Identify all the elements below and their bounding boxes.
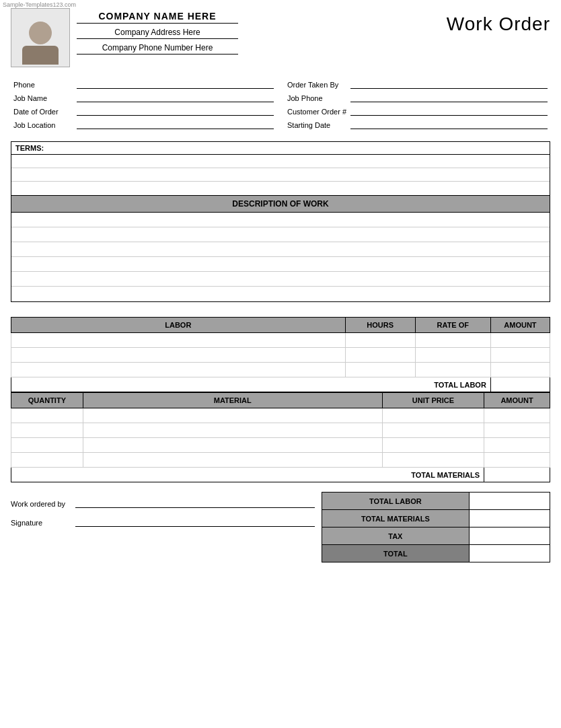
job-name-label: Job Name	[13, 94, 74, 102]
amount-col-header: AMOUNT	[484, 393, 550, 408]
labor-row-3-rate[interactable]	[415, 363, 490, 377]
job-location-input[interactable]	[77, 120, 274, 129]
job-location-label: Job Location	[13, 121, 74, 129]
desc-row-2[interactable]	[11, 227, 550, 242]
work-ordered-by-input[interactable]	[75, 499, 315, 508]
job-location-row: Job Location	[13, 120, 274, 129]
date-of-order-row: Date of Order	[13, 106, 274, 116]
mat-row-3-material[interactable]	[83, 438, 382, 453]
desc-row-6[interactable]	[11, 287, 550, 301]
avatar	[17, 11, 64, 65]
desc-row-3[interactable]	[11, 242, 550, 257]
labor-row-3-labor[interactable]	[11, 363, 346, 377]
mat-row-2-amount[interactable]	[484, 423, 550, 438]
labor-row-1-labor[interactable]	[11, 333, 346, 348]
labor-row-2-hours[interactable]	[345, 348, 415, 363]
hours-col-header: HOURS	[345, 318, 415, 333]
customer-order-label: Customer Order #	[287, 108, 348, 116]
summary-total-row: TOTAL	[322, 545, 550, 562]
customer-order-input[interactable]	[350, 106, 548, 116]
mat-row-4-amount[interactable]	[484, 453, 550, 468]
mat-row-4-unit-price[interactable]	[382, 453, 484, 468]
description-header: DESCRIPTION OF WORK	[11, 196, 550, 213]
mat-row-4-material[interactable]	[83, 453, 382, 468]
labor-row-3-amount[interactable]	[490, 363, 550, 377]
mat-row-1-qty[interactable]	[11, 408, 83, 423]
labor-table: LABOR HOURS RATE OF AMOUNT	[11, 317, 550, 392]
labor-row-2-amount[interactable]	[490, 348, 550, 363]
summary-total-materials-row: TOTAL MATERIALS	[322, 510, 550, 527]
summary-total-labor-label: TOTAL LABOR	[322, 493, 470, 510]
terms-section: TERMS:	[11, 141, 550, 196]
job-name-input[interactable]	[77, 93, 274, 102]
company-logo	[11, 8, 70, 67]
company-details: COMPANY NAME HERE Company Address Here C…	[77, 8, 238, 54]
starting-date-row: Starting Date	[287, 120, 548, 129]
labor-row-1-hours[interactable]	[345, 333, 415, 348]
terms-row-1[interactable]	[11, 155, 550, 168]
summary-total-materials-value[interactable]	[469, 510, 550, 527]
job-phone-input[interactable]	[350, 93, 548, 102]
materials-header-row: QUANTITY MATERIAL UNIT PRICE AMOUNT	[11, 393, 550, 408]
customer-order-row: Customer Order #	[287, 106, 548, 116]
labor-row-1-rate[interactable]	[415, 333, 490, 348]
labor-header-row: LABOR HOURS RATE OF AMOUNT	[11, 318, 550, 333]
job-phone-row: Job Phone	[287, 93, 548, 102]
summary-total-value[interactable]	[469, 545, 550, 562]
summary-table: TOTAL LABOR TOTAL MATERIALS TAX TOTAL	[322, 492, 550, 562]
mat-row-2-unit-price[interactable]	[382, 423, 484, 438]
desc-row-1[interactable]	[11, 213, 550, 227]
phone-label: Phone	[13, 81, 74, 89]
materials-table: QUANTITY MATERIAL UNIT PRICE AMOUNT	[11, 392, 550, 482]
date-of-order-input[interactable]	[77, 106, 274, 116]
labor-row	[11, 348, 550, 363]
mat-row-3-amount[interactable]	[484, 438, 550, 453]
labor-row	[11, 333, 550, 348]
document-title: Work Order	[447, 8, 550, 35]
rate-col-header: RATE OF	[415, 318, 490, 333]
terms-label: TERMS:	[11, 142, 550, 155]
work-ordered-by-row: Work ordered by	[11, 499, 315, 508]
unit-price-col-header: UNIT PRICE	[382, 393, 484, 408]
work-ordered-by-label: Work ordered by	[11, 500, 71, 508]
materials-total-value[interactable]	[484, 468, 550, 482]
summary-tax-value[interactable]	[469, 527, 550, 545]
summary-total-label: TOTAL	[322, 545, 470, 562]
summary-tax-row: TAX	[322, 527, 550, 545]
mat-row-3-unit-price[interactable]	[382, 438, 484, 453]
desc-row-4[interactable]	[11, 257, 550, 272]
avatar-head	[29, 22, 52, 44]
summary-total-labor-value[interactable]	[469, 493, 550, 510]
mat-row-2-qty[interactable]	[11, 423, 83, 438]
mat-row-4-qty[interactable]	[11, 453, 83, 468]
labor-row-2-labor[interactable]	[11, 348, 346, 363]
signature-input[interactable]	[75, 517, 315, 527]
terms-row-2[interactable]	[11, 168, 550, 182]
order-taken-by-input[interactable]	[350, 79, 548, 89]
starting-date-input[interactable]	[350, 120, 548, 129]
desc-row-5[interactable]	[11, 272, 550, 287]
labor-row-1-amount[interactable]	[490, 333, 550, 348]
mat-row-1-material[interactable]	[83, 408, 382, 423]
mat-row-2-material[interactable]	[83, 423, 382, 438]
labor-row-3-hours[interactable]	[345, 363, 415, 377]
form-fields: Phone Order Taken By Job Name Job Phone …	[11, 79, 550, 129]
phone-input[interactable]	[77, 79, 274, 89]
mat-row-1-amount[interactable]	[484, 408, 550, 423]
mat-row-3-qty[interactable]	[11, 438, 83, 453]
labor-total-row: TOTAL LABOR	[11, 377, 550, 392]
header: COMPANY NAME HERE Company Address Here C…	[11, 8, 550, 67]
labor-total-value[interactable]	[490, 377, 550, 392]
material-row	[11, 453, 550, 468]
terms-rows	[11, 155, 550, 195]
materials-total-label: TOTAL MATERIALS	[11, 468, 484, 482]
mat-row-1-unit-price[interactable]	[382, 408, 484, 423]
company-info-section: COMPANY NAME HERE Company Address Here C…	[11, 8, 238, 67]
signature-area: Work ordered by Signature	[11, 492, 315, 527]
labor-row-2-rate[interactable]	[415, 348, 490, 363]
quantity-col-header: QUANTITY	[11, 393, 83, 408]
amount-col-header: AMOUNT	[490, 318, 550, 333]
watermark-text: Sample-Templates123.com	[3, 1, 76, 8]
order-taken-by-label: Order Taken By	[287, 81, 348, 89]
terms-row-3[interactable]	[11, 182, 550, 195]
